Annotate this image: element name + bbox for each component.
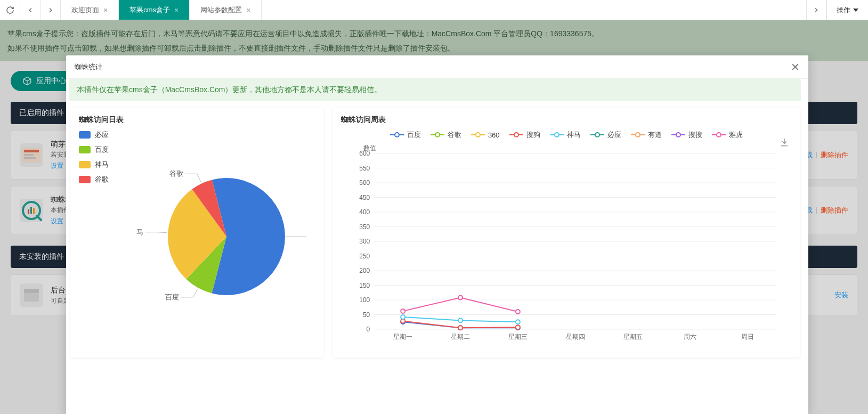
close-icon[interactable]: × [246,6,250,14]
y-tick-label: 250 [360,253,370,260]
download-icon[interactable] [780,137,789,149]
line-legend-item[interactable]: 必应 [590,130,621,140]
close-icon[interactable]: × [103,6,108,14]
legend-swatch [79,131,91,139]
y-tick-label: 350 [360,223,370,231]
line-point [516,320,520,324]
line-point [401,309,405,313]
pie-legend-item[interactable]: 神马 [79,160,127,169]
line-legend-item[interactable]: 神马 [550,130,581,140]
tab-maccmsbox[interactable]: 苹果cms盒子 × [119,0,190,20]
tab-site-config[interactable]: 网站参数配置 × [190,0,262,20]
svg-point-21 [555,133,559,137]
line-point [401,315,405,319]
legend-swatch [471,132,485,138]
legend-swatch [79,146,91,153]
pie-legend: 必应百度神马谷歌 [79,130,127,332]
line-legend-item[interactable]: 360 [471,130,500,140]
x-tick-label: 周日 [742,333,755,340]
legend-label: 必应 [607,130,621,140]
legend-swatch [712,132,726,138]
refresh-button[interactable] [0,0,20,20]
legend-label: 搜搜 [688,130,702,140]
pie-legend-item[interactable]: 必应 [79,130,127,140]
line-point [516,325,520,329]
x-tick-label: 星期四 [566,333,585,340]
tab-strip: 欢迎页面 × 苹果cms盒子 × 网站参数配置 × [61,0,806,20]
legend-label: 百度 [407,130,421,140]
pie-callout-label: 百度 [165,293,179,301]
y-tick-label: 150 [360,282,370,289]
y-tick-label: 0 [367,326,370,333]
svg-point-17 [476,133,480,137]
legend-swatch [79,161,91,168]
modal-close-button[interactable]: ✕ [791,61,800,74]
y-tick-label: 500 [360,179,370,186]
svg-point-29 [717,133,721,137]
legend-label: 百度 [95,145,109,155]
y-tick-label: 600 [360,150,370,157]
y-tick-label: 450 [360,194,370,201]
svg-point-27 [676,133,680,137]
operations-dropdown[interactable]: 操作 [826,0,868,20]
legend-swatch [590,132,604,138]
y-tick-label: 200 [360,267,370,274]
pie-legend-item[interactable]: 百度 [79,145,127,155]
legend-swatch [671,132,685,138]
legend-swatch [431,132,444,138]
line-legend-item[interactable]: 有道 [631,130,662,140]
nav-back-button[interactable] [20,0,40,20]
legend-label: 谷歌 [448,130,461,140]
tab-label: 欢迎页面 [71,5,99,15]
svg-point-23 [595,133,599,137]
svg-marker-0 [853,9,858,12]
legend-swatch [509,132,523,138]
pie-callout-label: 谷歌 [169,169,183,177]
spider-stats-modal: 蜘蛛统计 ✕ 本插件仅在苹果cms盒子（MacCmsBox.Com）更新，其他地… [66,55,808,414]
y-tick-label: 400 [360,208,370,216]
pie-callout-label: 神马 [136,228,143,236]
line-legend-item[interactable]: 谷歌 [431,130,461,140]
legend-swatch [390,132,404,138]
pie-legend-item[interactable]: 谷歌 [79,175,127,184]
y-tick-label: 100 [360,296,370,304]
legend-label: 谷歌 [95,175,109,184]
legend-label: 360 [488,131,500,139]
line-chart-title: 蜘蛛访问周表 [341,115,791,125]
x-tick-label: 星期五 [623,333,643,340]
line-legend-item[interactable]: 搜狗 [509,130,540,140]
tab-welcome[interactable]: 欢迎页面 × [61,0,119,20]
y-tick-label: 300 [360,238,370,245]
close-icon[interactable]: × [174,6,179,14]
legend-label: 雅虎 [729,130,743,140]
svg-point-15 [435,133,440,137]
line-legend-item[interactable]: 搜搜 [671,130,702,140]
operations-label: 操作 [837,5,850,15]
legend-label: 神马 [567,130,581,140]
chevron-down-icon [853,7,858,13]
x-tick-label: 星期三 [508,333,528,340]
tabs-scroll-right-button[interactable] [806,0,826,20]
tab-label: 网站参数配置 [200,5,242,15]
x-tick-label: 星期二 [451,333,470,340]
line-chart: 数值050100150200250300350400450500550600星期… [341,143,791,351]
line-chart-card: 蜘蛛访问周表 百度谷歌360搜狗神马必应有道搜搜雅虎 数值05010015020… [332,108,800,358]
y-tick-label: 550 [360,165,370,172]
line-legend-item[interactable]: 百度 [390,130,421,140]
modal-header: 蜘蛛统计 ✕ [66,55,808,79]
line-point [459,326,463,330]
modal-alert: 本插件仅在苹果cms盒子（MacCmsBox.Com）更新，其他地方都不是本人请… [69,79,801,101]
line-legend-item[interactable]: 雅虎 [712,130,743,140]
legend-label: 必应 [95,130,109,140]
legend-swatch [631,132,645,138]
pie-chart-card: 蜘蛛访问日表 必应百度神马谷歌 必应百度神马谷歌 [70,108,324,358]
nav-forward-button[interactable] [40,0,61,20]
svg-point-19 [514,133,518,137]
topbar: 欢迎页面 × 苹果cms盒子 × 网站参数配置 × 操作 [0,0,868,20]
pie-chart-title: 蜘蛛访问日表 [79,115,315,125]
x-tick-label: 周六 [684,333,697,340]
legend-label: 神马 [95,160,109,169]
pie-chart: 必应百度神马谷歌 [136,130,306,322]
x-tick-label: 星期一 [394,333,413,340]
y-tick-label: 50 [363,311,370,319]
